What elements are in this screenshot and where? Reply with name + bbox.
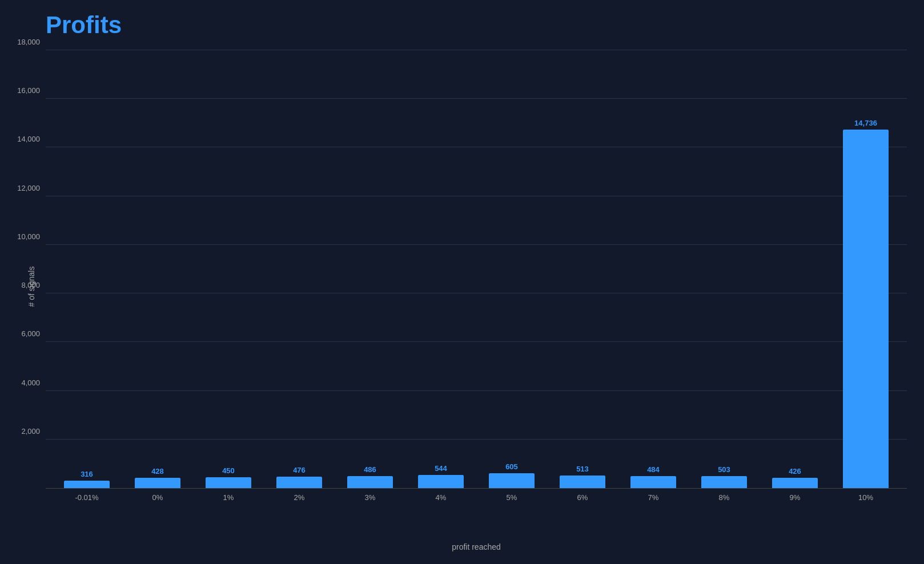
bar bbox=[843, 130, 889, 488]
y-tick-label: 6,000 bbox=[21, 329, 40, 338]
bar bbox=[489, 473, 535, 488]
x-label: 4% bbox=[405, 493, 476, 502]
y-tick-label: 14,000 bbox=[17, 135, 40, 143]
x-labels-container: -0.01%0%1%2%3%4%5%6%7%8%9%10% bbox=[46, 493, 907, 502]
bars-container: 31642845047648654460551348450342614,736 bbox=[46, 50, 907, 488]
bar-group: 476 bbox=[264, 50, 335, 488]
chart-area: # of signals 2,0004,0006,0008,00010,0001… bbox=[46, 50, 907, 523]
chart-title: Profits bbox=[46, 11, 907, 39]
y-tick-label: 10,000 bbox=[17, 232, 40, 240]
bar-group: 14,736 bbox=[830, 50, 901, 488]
y-tick-label: 4,000 bbox=[21, 378, 40, 386]
x-label: 8% bbox=[689, 493, 760, 502]
bar-value: 484 bbox=[647, 465, 660, 474]
grid-and-bars: 2,0004,0006,0008,00010,00012,00014,00016… bbox=[46, 50, 907, 489]
x-label: 0% bbox=[122, 493, 193, 502]
y-tick-label: 2,000 bbox=[21, 426, 40, 435]
bar-value: 14,736 bbox=[854, 119, 877, 127]
bar-value: 476 bbox=[293, 466, 306, 474]
chart-container: Profits # of signals 2,0004,0006,0008,00… bbox=[0, 0, 924, 564]
bar-group: 484 bbox=[618, 50, 689, 488]
bar-value: 426 bbox=[789, 467, 801, 476]
x-label: 6% bbox=[547, 493, 618, 502]
bar bbox=[772, 478, 818, 488]
bar-group: 428 bbox=[122, 50, 193, 488]
bar-group: 316 bbox=[51, 50, 122, 488]
bar bbox=[560, 476, 606, 488]
bar bbox=[347, 476, 393, 488]
bar bbox=[418, 475, 464, 488]
bar-group: 503 bbox=[689, 50, 760, 488]
y-tick-label: 16,000 bbox=[17, 86, 40, 95]
bar-value: 450 bbox=[222, 466, 235, 475]
x-label: 5% bbox=[476, 493, 547, 502]
y-tick-label: 8,000 bbox=[21, 281, 40, 289]
bar-value: 316 bbox=[81, 470, 93, 478]
y-tick-label: 12,000 bbox=[17, 183, 40, 192]
bar bbox=[64, 481, 110, 488]
bar-value: 513 bbox=[576, 465, 589, 473]
bar-value: 486 bbox=[364, 465, 376, 474]
x-label: 10% bbox=[830, 493, 901, 502]
x-axis-label: profit reached bbox=[452, 542, 501, 551]
bar-group: 426 bbox=[760, 50, 830, 488]
x-label: 1% bbox=[193, 493, 264, 502]
bar-group: 450 bbox=[193, 50, 264, 488]
y-tick-label: 18,000 bbox=[17, 38, 40, 46]
bar bbox=[701, 476, 748, 488]
x-label: 2% bbox=[264, 493, 335, 502]
x-label: 9% bbox=[760, 493, 830, 502]
bar-group: 486 bbox=[335, 50, 405, 488]
bar bbox=[135, 478, 181, 488]
bar-value: 503 bbox=[718, 465, 730, 474]
bar-value: 428 bbox=[151, 467, 164, 476]
bar bbox=[630, 476, 677, 488]
bar-value: 605 bbox=[505, 462, 518, 471]
bar bbox=[206, 477, 252, 488]
bar-value: 544 bbox=[435, 464, 447, 473]
bar-group: 605 bbox=[476, 50, 547, 488]
bar-group: 544 bbox=[405, 50, 476, 488]
x-label: -0.01% bbox=[51, 493, 122, 502]
bar-group: 513 bbox=[547, 50, 618, 488]
x-label: 3% bbox=[335, 493, 405, 502]
x-label: 7% bbox=[618, 493, 689, 502]
bar bbox=[276, 477, 323, 488]
